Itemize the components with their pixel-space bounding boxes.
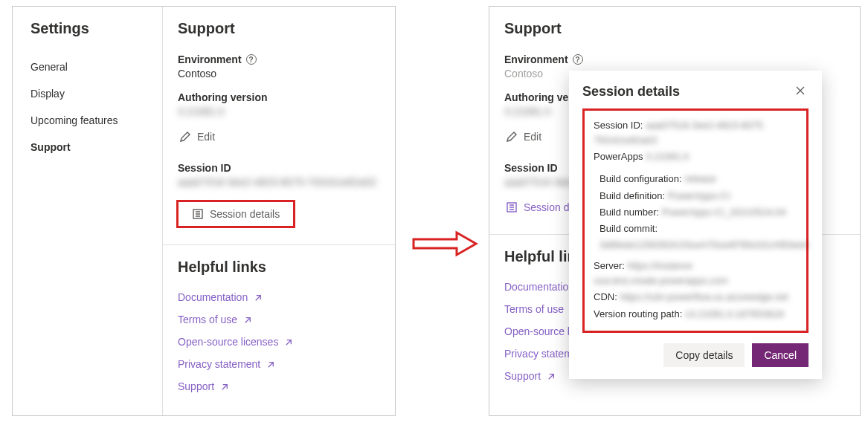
- link-terms[interactable]: Terms of use: [178, 308, 380, 331]
- link-opensource[interactable]: Open-source licenses: [178, 331, 380, 353]
- details-icon: [506, 201, 518, 213]
- support-content: Support Environment ? Contoso Authoring …: [163, 7, 395, 415]
- session-details-dialog: Session details Session ID: aaa07516-3ee…: [569, 71, 822, 379]
- open-new-icon: [547, 372, 556, 381]
- pencil-icon: [179, 131, 191, 143]
- settings-sidebar: Settings General Display Upcoming featur…: [13, 7, 163, 415]
- session-details-text: Session ID: aaa07516-3ee2-4823-8075 792c…: [582, 108, 808, 333]
- dialog-title: Session details: [582, 84, 680, 100]
- sidebar-item-upcoming[interactable]: Upcoming features: [13, 107, 162, 134]
- settings-title: Settings: [30, 20, 162, 37]
- settings-support-panel: Settings General Display Upcoming featur…: [12, 6, 396, 416]
- close-button[interactable]: [792, 82, 808, 101]
- open-new-icon: [243, 315, 253, 325]
- authoring-version-label: Authoring version: [178, 91, 380, 103]
- environment-value: Contoso: [178, 68, 380, 80]
- sidebar-item-display[interactable]: Display: [13, 80, 162, 107]
- cancel-button[interactable]: Cancel: [752, 343, 808, 367]
- helpful-links-title: Helpful links: [178, 259, 380, 276]
- divider: [163, 244, 395, 245]
- session-details-button[interactable]: Session details: [176, 200, 295, 228]
- help-icon[interactable]: ?: [573, 54, 583, 65]
- sidebar-item-general[interactable]: General: [13, 53, 162, 80]
- help-icon[interactable]: ?: [246, 54, 257, 65]
- open-new-icon: [220, 382, 230, 392]
- copy-details-button[interactable]: Copy details: [663, 343, 745, 367]
- link-support[interactable]: Support: [178, 375, 380, 398]
- pencil-icon: [506, 131, 518, 143]
- link-privacy[interactable]: Privacy statement: [178, 353, 380, 375]
- sidebar-item-support[interactable]: Support: [13, 134, 162, 160]
- details-icon: [192, 208, 204, 220]
- open-new-icon: [254, 293, 263, 302]
- session-details-button[interactable]: Session de: [504, 197, 576, 218]
- open-new-icon: [284, 337, 294, 347]
- environment-label: Environment ?: [178, 53, 380, 65]
- environment-label: Environment ?: [504, 53, 845, 65]
- open-new-icon: [266, 360, 276, 369]
- link-documentation[interactable]: Documentation: [178, 286, 380, 308]
- authoring-version-value: 3.21081.0: [178, 106, 380, 117]
- session-id-label: Session ID: [178, 162, 380, 174]
- support-title: Support: [504, 20, 845, 37]
- support-title: Support: [178, 20, 380, 37]
- arrow-icon: [411, 230, 479, 257]
- edit-button[interactable]: Edit: [504, 126, 543, 147]
- close-icon: [795, 85, 806, 96]
- session-id-value: aaa07516-3ee2-4823-8075-792cb1e82a02: [178, 176, 380, 188]
- edit-button[interactable]: Edit: [178, 126, 216, 147]
